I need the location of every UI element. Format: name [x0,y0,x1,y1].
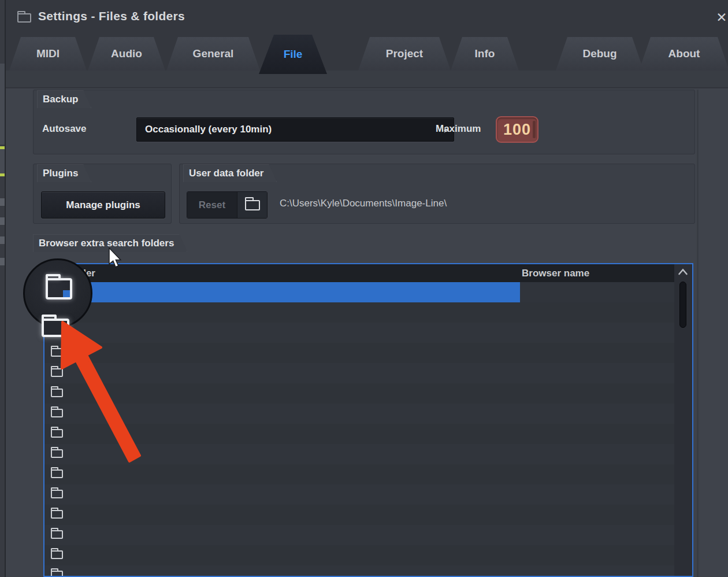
user-data-label-text: User data folder [189,168,263,179]
tab-audio[interactable]: Audio [88,37,165,71]
scrollbar[interactable] [674,264,692,577]
table-row[interactable] [44,444,674,464]
backup-section-label: Backup [37,90,91,108]
stepper-spin-handle[interactable] [533,121,536,138]
backup-panel: Backup Autosave Occasionally (every 10mi… [33,90,695,154]
folder-icon [51,368,63,377]
background-app-strip [0,0,6,577]
table-row[interactable] [44,505,674,525]
folder-icon [51,469,63,478]
scrollbar-thumb[interactable] [679,282,686,328]
table-row[interactable] [44,343,674,363]
folder-icon [51,348,63,357]
tab-label: Info [475,47,495,60]
close-icon[interactable]: ✕ [712,8,728,27]
strip-notch [0,258,5,265]
autosave-dropdown[interactable]: Occasionally (every 10min) [136,117,454,142]
tab-label: Debug [582,47,616,60]
strip-notch [0,236,5,244]
folder-icon [51,530,63,539]
folder-icon [245,200,260,210]
magnified-folder-icon [46,278,72,299]
strip-green-notch [0,173,5,176]
table-row[interactable] [44,464,674,484]
chevron-up-icon[interactable] [678,268,688,276]
plugins-panel: Plugins Manage plugins [33,164,172,224]
browser-folders-section-label: Browser extra search folders [33,234,187,252]
table-row[interactable] [44,323,674,343]
folder-icon [51,510,63,519]
manage-plugins-button[interactable]: Manage plugins [41,191,165,219]
folder-icon [51,550,63,559]
magnified-folder-icon-partial [42,319,69,337]
window-title: Settings - Files & folders [38,9,185,23]
table-row-selected[interactable] [44,282,520,302]
folder-icon [51,571,63,577]
reset-button[interactable]: Reset [187,192,237,218]
table-row[interactable] [44,484,674,505]
browser-folders-label-text: Browser extra search folders [39,238,174,249]
folder-icon [51,490,63,498]
tab-debug[interactable]: Debug [556,37,644,71]
folder-icon [51,449,63,458]
tab-general[interactable]: General [166,37,260,71]
table-row[interactable] [44,525,674,545]
tab-label: Audio [111,47,142,60]
maximum-label: Maximum [436,123,481,135]
strip-segment [0,149,5,173]
folder-zoom-bubble [23,258,92,328]
settings-folder-icon [17,13,31,23]
maximum-value: 100 [503,121,531,139]
folder-icon [51,389,63,397]
browser-folders-table: Folder Browser name [43,263,693,577]
tab-label: File [284,48,303,61]
folder-icon [51,429,63,438]
tab-about[interactable]: About [639,37,728,71]
panel-groove-line [697,90,699,577]
table-row[interactable] [44,404,674,424]
table-row[interactable] [44,424,674,444]
titlebar: Settings - Files & folders ✕ [6,0,728,32]
plugins-section-label: Plugins [37,164,91,182]
browse-folder-button[interactable] [237,192,267,218]
table-row[interactable] [44,383,674,404]
strip-segment [0,64,5,145]
tab-label: About [668,47,700,60]
user-data-path: C:\Users\Kyle\Documents\Image-Line\ [280,198,447,209]
manage-plugins-label: Manage plugins [66,199,140,211]
backup-label-text: Backup [43,94,78,105]
user-data-section-label: User data folder [183,164,277,182]
tab-midi[interactable]: MIDI [9,37,87,71]
strip-notch [0,217,5,225]
user-data-reset-group: Reset [187,191,268,219]
maximum-value-stepper[interactable]: 100 [496,116,538,143]
autosave-dropdown-value: Occasionally (every 10min) [145,124,272,135]
tab-label: Project [386,47,423,60]
tab-label: General [193,47,234,60]
reset-label: Reset [199,199,225,211]
table-row[interactable] [44,302,674,323]
column-header-browser-name: Browser name [522,268,589,279]
table-row[interactable] [44,545,674,565]
table-row[interactable] [44,363,674,383]
strip-notch [0,198,5,206]
user-data-folder-panel: User data folder Reset C:\Users\Kyle\Doc… [179,164,695,224]
table-row[interactable] [44,565,674,577]
folder-icon [51,409,63,417]
table-header: Folder Browser name [44,264,674,282]
tab-underband [0,71,728,88]
tab-info[interactable]: Info [451,37,519,71]
plugins-label-text: Plugins [43,168,78,179]
tab-label: MIDI [36,47,60,60]
tab-project[interactable]: Project [358,37,451,71]
autosave-label: Autosave [42,123,87,135]
